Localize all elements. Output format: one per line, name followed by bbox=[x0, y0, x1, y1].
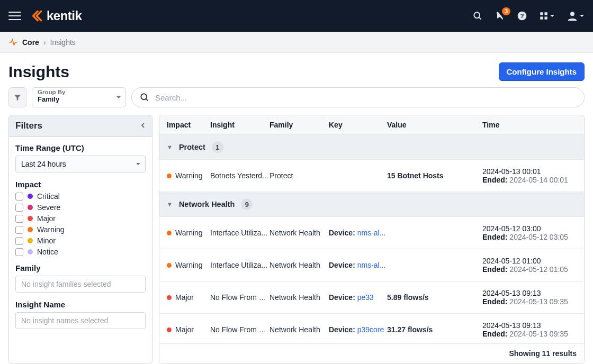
table-row[interactable]: WarningBotnets Yesterd...Protect15 Botne… bbox=[159, 160, 584, 192]
impact-level-label: Minor bbox=[37, 236, 56, 245]
checkbox-icon bbox=[15, 215, 23, 223]
help-icon[interactable]: ? bbox=[517, 11, 527, 21]
caret-down-icon: ▼ bbox=[167, 144, 173, 150]
breadcrumb-current: Insights bbox=[50, 38, 76, 47]
time-cell: 2024-05-13 09:13Ended: 2024-05-13 09:35 bbox=[482, 321, 578, 338]
impact-checkbox-severe[interactable]: Severe bbox=[15, 203, 146, 212]
alerts-badge: 3 bbox=[502, 7, 510, 15]
col-insight[interactable]: Insight bbox=[210, 121, 269, 129]
impact-level-label: Critical bbox=[37, 192, 60, 201]
svg-rect-5 bbox=[545, 12, 547, 15]
svg-point-8 bbox=[570, 12, 574, 16]
search-icon[interactable] bbox=[472, 11, 483, 21]
severity-dot bbox=[167, 295, 172, 300]
severity-dot bbox=[28, 205, 33, 210]
time-cell: 2024-05-13 09:13Ended: 2024-05-13 09:35 bbox=[482, 289, 578, 306]
severity-dot bbox=[28, 238, 33, 243]
groupby-select[interactable]: Group By Family bbox=[32, 87, 126, 107]
filter-toggle-button[interactable] bbox=[8, 87, 26, 107]
checkbox-icon bbox=[15, 248, 23, 256]
brand-logo[interactable]: kentik bbox=[30, 8, 82, 23]
family-cell: Network Health bbox=[269, 261, 329, 269]
insight-name-select[interactable]: No insight names selected bbox=[15, 312, 146, 329]
insight-cell: No Flow From D... bbox=[210, 293, 269, 302]
device-link[interactable]: pe33 bbox=[357, 293, 374, 302]
col-key[interactable]: Key bbox=[329, 121, 387, 129]
insight-cell: Botnets Yesterd... bbox=[210, 171, 269, 180]
time-cell: 2024-05-12 01:00Ended: 2024-05-12 01:05 bbox=[482, 257, 578, 274]
impact-cell: Warning bbox=[167, 261, 210, 269]
impact-level-label: Warning bbox=[37, 225, 65, 234]
impact-label: Warning bbox=[175, 261, 203, 269]
impact-checkbox-notice[interactable]: Notice bbox=[15, 248, 146, 256]
col-impact[interactable]: Impact bbox=[167, 121, 210, 129]
value-cell: 5.89 flows/s bbox=[387, 293, 482, 302]
severity-dot bbox=[167, 263, 172, 268]
family-select[interactable]: No insight families selected bbox=[15, 276, 146, 293]
impact-label: Major bbox=[175, 293, 194, 302]
search-icon bbox=[139, 92, 150, 103]
family-cell: Protect bbox=[269, 171, 329, 180]
group-row[interactable]: ▼Network Health9 bbox=[159, 192, 584, 217]
col-value[interactable]: Value bbox=[387, 121, 482, 129]
svg-line-1 bbox=[479, 17, 481, 20]
insight-cell: No Flow From D... bbox=[210, 325, 269, 334]
page-title: Insights bbox=[8, 63, 69, 81]
severity-dot bbox=[28, 249, 33, 254]
table-row[interactable]: MajorNo Flow From D...Network HealthDevi… bbox=[159, 281, 584, 314]
search-input[interactable] bbox=[155, 93, 577, 102]
svg-point-0 bbox=[474, 12, 480, 18]
groupby-label: Group By bbox=[38, 89, 112, 95]
svg-point-9 bbox=[141, 94, 147, 99]
impact-checkbox-warning[interactable]: Warning bbox=[15, 225, 146, 234]
insight-cell: Interface Utiliza... bbox=[210, 261, 269, 269]
impact-cell: Warning bbox=[167, 229, 210, 237]
user-menu[interactable] bbox=[567, 10, 585, 22]
filters-panel: Filters Time Range (UTC) Last 24 hours I… bbox=[8, 115, 152, 363]
device-link[interactable]: nms-al... bbox=[357, 261, 386, 269]
col-family[interactable]: Family bbox=[269, 121, 329, 129]
severity-dot bbox=[28, 227, 33, 232]
search-field[interactable] bbox=[131, 87, 585, 107]
family-cell: Network Health bbox=[269, 325, 329, 334]
impact-checkbox-critical[interactable]: Critical bbox=[15, 192, 146, 201]
brand-name: kentik bbox=[47, 8, 82, 23]
impact-label: Warning bbox=[175, 171, 203, 180]
collapse-panel-icon[interactable] bbox=[140, 121, 146, 131]
impact-checkbox-major[interactable]: Major bbox=[15, 214, 146, 223]
alerts-icon[interactable]: 3 bbox=[495, 11, 505, 21]
svg-rect-6 bbox=[540, 17, 543, 20]
svg-line-10 bbox=[146, 99, 148, 101]
breadcrumb-root[interactable]: Core bbox=[22, 38, 39, 47]
family-cell: Network Health bbox=[269, 293, 329, 302]
logo-icon bbox=[30, 9, 43, 23]
severity-dot bbox=[167, 174, 172, 178]
impact-checkbox-minor[interactable]: Minor bbox=[15, 236, 146, 245]
col-time[interactable]: Time bbox=[482, 121, 578, 129]
time-cell: 2024-05-13 00:01Ended: 2024-05-14 00:01 bbox=[482, 167, 578, 184]
menu-button[interactable] bbox=[8, 9, 21, 23]
table-row[interactable]: MajorNo Flow From D...Network HealthDevi… bbox=[159, 314, 584, 343]
filters-heading: Filters bbox=[15, 121, 42, 131]
group-name: Network Health bbox=[179, 200, 235, 208]
chevron-down-icon bbox=[136, 160, 141, 168]
breadcrumb: Core › Insights bbox=[0, 32, 593, 53]
time-range-label: Time Range (UTC) bbox=[15, 143, 146, 152]
svg-rect-7 bbox=[545, 17, 547, 20]
insight-name-label: Insight Name bbox=[15, 300, 146, 309]
device-link[interactable]: nms-al... bbox=[357, 229, 386, 237]
group-count: 9 bbox=[241, 198, 253, 210]
table-row[interactable]: WarningInterface Utiliza...Network Healt… bbox=[159, 217, 584, 249]
group-row[interactable]: ▼Protect1 bbox=[159, 135, 584, 160]
insight-cell: Interface Utiliza... bbox=[210, 229, 269, 237]
impact-cell: Major bbox=[167, 325, 210, 334]
severity-dot bbox=[28, 216, 33, 221]
key-cell: Device: pe33 bbox=[329, 293, 387, 302]
table-row[interactable]: WarningInterface Utiliza...Network Healt… bbox=[159, 249, 584, 281]
impact-cell: Major bbox=[167, 293, 210, 302]
time-range-select[interactable]: Last 24 hours bbox=[15, 156, 146, 172]
configure-insights-button[interactable]: Configure Insights bbox=[499, 62, 585, 81]
checkbox-icon bbox=[15, 226, 23, 234]
apps-icon[interactable] bbox=[539, 11, 555, 21]
device-link[interactable]: p39core bbox=[357, 325, 384, 334]
